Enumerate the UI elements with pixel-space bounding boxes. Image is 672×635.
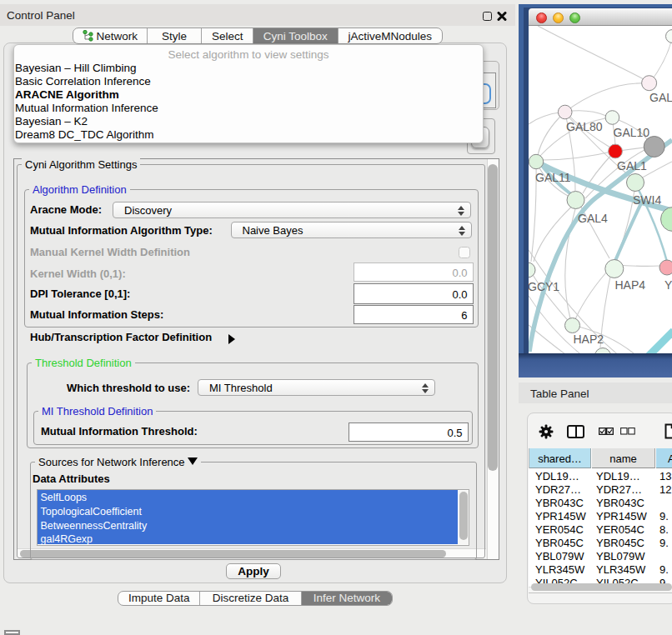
svg-text:GAL80: GAL80 xyxy=(566,120,603,133)
svg-text:HAP4: HAP4 xyxy=(615,278,646,292)
svg-text:GAL4: GAL4 xyxy=(578,212,608,225)
svg-text:GCY1: GCY1 xyxy=(529,280,559,293)
svg-text:SWI4: SWI4 xyxy=(633,193,661,207)
svg-text:GAL: GAL xyxy=(649,91,672,104)
svg-text:GAL11: GAL11 xyxy=(535,171,571,184)
svg-text:HAP2: HAP2 xyxy=(574,332,604,346)
svg-text:GAL10: GAL10 xyxy=(614,126,650,139)
svg-text:GAL1: GAL1 xyxy=(617,159,647,172)
svg-text:Y: Y xyxy=(664,278,672,292)
